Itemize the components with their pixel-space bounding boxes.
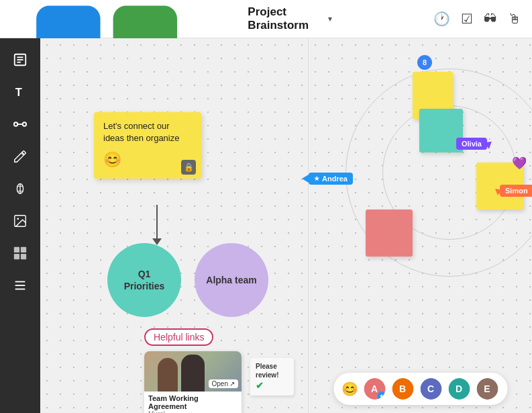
link-card-image: Open ↗ [144,351,242,392]
link-card-subtitle: Mural [148,410,237,413]
avatar-2[interactable]: B [390,377,415,401]
lock-icon: 🔒 [181,160,196,175]
andrea-label: Andrea [322,175,348,183]
sticky-note-tool[interactable] [7,46,34,73]
badge-number: 8 [417,55,432,70]
main-area: T Let's connect our ideas then organize … [0,38,532,413]
circle-alpha-team[interactable]: Alpha team [195,243,268,317]
avatar-3[interactable]: C [419,377,443,401]
avatar-5[interactable]: E [475,377,499,401]
project-title: Project Brainstorm [248,5,321,32]
open-button[interactable]: Open ↗ [209,379,238,388]
image-tool[interactable] [7,208,34,234]
link-card[interactable]: Open ↗ Team Working Agreement Mural [144,351,242,413]
canvas[interactable]: Let's connect our ideas then organize 😊 … [40,38,532,413]
simon-label: Simon [505,187,528,195]
arrow-connector [152,205,162,245]
olivia-user-tag: Olivia [456,138,487,150]
right-sticky-pink[interactable] [366,210,413,257]
connector-tool[interactable] [7,111,34,138]
shapes-tool[interactable] [7,240,34,267]
dropdown-icon[interactable]: ▾ [328,14,332,24]
avatar-4[interactable]: D [447,377,471,401]
sticky-emoji: 😊 [103,150,192,171]
helpful-links-section: Helpful links Open ↗ Team Working Agreem… [144,328,242,413]
bottom-bar: 😊 A ★ B C D E [333,373,507,405]
link-card-title: Team Working Agreement [148,394,237,410]
circle-q1-label: Q1Priorities [124,268,165,292]
avatar-1[interactable]: A ★ [362,377,386,401]
svg-text:T: T [15,86,22,98]
text-tool[interactable]: T [7,79,34,105]
star-badge: ★ [377,392,386,401]
canvas-right: 8 Olivia ★ Andrea 💜 S [309,38,532,413]
check-icon[interactable]: ☑ [461,11,473,27]
simon-user-tag: Simon [500,185,532,197]
sticky-note-text: Let's connect our ideas then organize [103,121,179,143]
check-mark-icon: ✔ [256,380,264,391]
olivia-label: Olivia [462,140,482,148]
more-tool[interactable] [7,272,34,299]
header-right: 🕐 ☑ 🕶 🖱 [433,11,521,27]
helpful-links-label: Helpful links [144,328,213,346]
glasses-icon[interactable]: 🕶 [484,11,497,27]
ai-tool[interactable] [7,175,34,202]
andrea-user-tag: ★ Andrea [309,173,353,185]
left-toolbar: T [0,38,40,413]
svg-rect-18 [14,247,19,253]
open-label: Open [212,380,228,387]
header: Project Brainstorm ▾ 🕐 ☑ 🕶 🖱 [0,0,532,38]
heart-icon: 💜 [512,156,527,171]
emoji-picker-button[interactable]: 😊 [341,381,358,397]
svg-point-11 [23,122,26,126]
clock-icon[interactable]: 🕐 [433,11,450,27]
circle-alpha-label: Alpha team [206,275,256,285]
review-sticky: Please review! ✔ [250,358,294,396]
svg-point-9 [14,122,18,126]
circle-q1-priorities[interactable]: Q1Priorities [107,243,181,317]
link-card-body: Team Working Agreement Mural [144,392,242,413]
cursor-icon[interactable]: 🖱 [508,11,521,27]
svg-rect-21 [21,254,26,259]
review-text: Please review! [256,363,278,379]
svg-rect-19 [21,247,26,253]
draw-tool[interactable] [7,143,34,170]
canvas-left: Let's connect our ideas then organize 😊 … [40,38,309,413]
external-link-icon: ↗ [229,380,235,387]
sticky-note-main[interactable]: Let's connect our ideas then organize 😊 … [94,112,201,179]
svg-point-17 [17,218,19,220]
svg-rect-20 [14,254,19,259]
